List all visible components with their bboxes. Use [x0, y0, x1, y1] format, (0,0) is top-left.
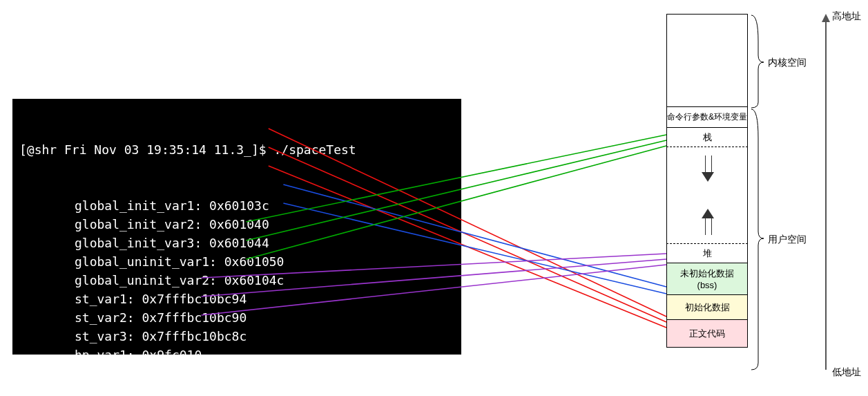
- terminal-prompt: [@shr Fri Nov 03 19:35:14 11.3_]$ ./spac…: [19, 140, 454, 159]
- segment-kernel: [666, 14, 748, 107]
- label-low-addr: 低地址: [832, 366, 861, 379]
- terminal-row: global_init_var1: 0x60103c: [75, 196, 454, 215]
- segment-bss: 未初始化数据 (bss): [666, 263, 748, 295]
- stack-grow-arrow-icon: [702, 155, 714, 182]
- heap-grow-arrow-icon: [702, 209, 714, 235]
- segment-argenv: 命令行参数&环境变量: [666, 107, 748, 128]
- segment-grow-gap: [666, 147, 748, 244]
- terminal-row: hp_var2: 0x9fc030: [75, 364, 454, 383]
- terminal-row: global_init_var3: 0x601044: [75, 234, 454, 252]
- terminal-row: global_init_var2: 0x601040: [75, 215, 454, 234]
- memory-layout-diagram: 命令行参数&环境变量 栈 堆 未初始化数据 (bss) 初始化数据 正文代码: [666, 14, 749, 348]
- label-high-addr: 高地址: [832, 10, 861, 23]
- segment-text: 正文代码: [666, 320, 748, 348]
- label-kernel-space: 内核空间: [768, 57, 807, 69]
- label-user-space: 用户空间: [768, 234, 807, 246]
- segment-stack: 栈: [666, 128, 748, 147]
- terminal-row: st_var2: 0x7fffbc10bc90: [75, 308, 454, 327]
- segment-data: 初始化数据: [666, 295, 748, 320]
- terminal-row: st_var1: 0x7fffbc10bc94: [75, 290, 454, 308]
- terminal-row: global_uninit_var1: 0x601050: [75, 252, 454, 271]
- terminal-row: global_uninit_var2: 0x60104c: [75, 271, 454, 290]
- terminal-row: hp_var1: 0x9fc010: [75, 346, 454, 364]
- terminal-row: st_var3: 0x7fffbc10bc8c: [75, 327, 454, 346]
- segment-heap: 堆: [666, 244, 748, 263]
- terminal-row: hp_var3: 0x9fc050: [75, 383, 454, 396]
- terminal-output: [@shr Fri Nov 03 19:35:14 11.3_]$ ./spac…: [12, 99, 461, 355]
- address-axis-arrow-icon: [825, 21, 827, 370]
